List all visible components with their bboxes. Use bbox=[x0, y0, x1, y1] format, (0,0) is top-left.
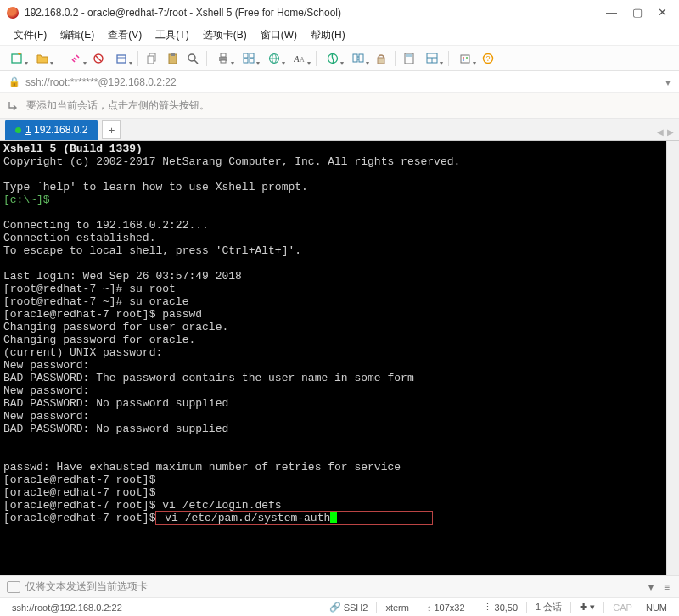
svg-line-9 bbox=[194, 60, 198, 64]
tile-button[interactable] bbox=[237, 49, 261, 68]
term-cmd: vi /etc/login.defs bbox=[155, 499, 281, 512]
compose-input[interactable]: 仅将文本发送到当前选项卡 bbox=[25, 580, 641, 594]
toolbar-separator bbox=[206, 51, 207, 66]
tab-index: 1 bbox=[25, 124, 31, 136]
svg-text:A: A bbox=[300, 56, 305, 64]
menu-edit[interactable]: 编辑(E) bbox=[55, 26, 99, 44]
svg-rect-5 bbox=[148, 56, 154, 64]
keyboard-icon[interactable] bbox=[7, 581, 20, 593]
compose-menu-button[interactable]: ≡ bbox=[661, 581, 672, 593]
toolbar-separator bbox=[395, 51, 396, 66]
properties-button[interactable] bbox=[109, 49, 133, 68]
new-session-button[interactable] bbox=[5, 49, 29, 68]
toolbar: AA ? bbox=[0, 46, 679, 71]
status-size: ↕107x32 bbox=[422, 602, 470, 613]
window-controls: — ▢ ✕ bbox=[601, 7, 672, 18]
lock-button[interactable] bbox=[372, 49, 390, 68]
style-button[interactable] bbox=[453, 49, 477, 68]
term-prompt: [oracle@redhat-7 root]$ bbox=[3, 512, 155, 524]
term-line: BAD PASSWORD: No password supplied bbox=[3, 423, 228, 435]
term-line: Connection established. bbox=[3, 232, 155, 244]
svg-rect-31 bbox=[461, 55, 469, 63]
menu-tabs[interactable]: 选项卡(B) bbox=[198, 26, 252, 44]
term-line: Xshell 5 (Build 1339) bbox=[3, 143, 143, 155]
maximize-button[interactable]: ▢ bbox=[632, 7, 643, 18]
window-title: 192.168.0.2 - oracle@redhat-7:/root - Xs… bbox=[25, 7, 601, 19]
term-prompt: [root@redhat-7 ~]# bbox=[3, 283, 122, 295]
minimize-button[interactable]: — bbox=[606, 7, 617, 18]
svg-rect-23 bbox=[353, 54, 357, 62]
term-line: passwd: Have exhausted maximum number of… bbox=[3, 461, 401, 473]
address-text[interactable]: ssh://root:*******@192.168.0.2:22 bbox=[25, 76, 660, 88]
terminal-cursor bbox=[330, 512, 337, 523]
tabstrip: 1 192.168.0.2 + ◀ ▶ bbox=[0, 119, 679, 141]
term-line: New password: bbox=[3, 410, 89, 423]
svg-rect-12 bbox=[221, 60, 226, 63]
term-cmd: su oracle bbox=[122, 295, 188, 308]
new-tab-button[interactable]: + bbox=[102, 120, 121, 139]
font-button[interactable]: AA bbox=[288, 49, 311, 68]
open-session-button[interactable] bbox=[31, 49, 54, 68]
menubar: 文件(F) 编辑(E) 查看(V) 工具(T) 选项卡(B) 窗口(W) 帮助(… bbox=[0, 25, 679, 46]
toolbar-separator bbox=[448, 51, 449, 66]
status-add-button[interactable]: ✚ ▾ bbox=[575, 602, 600, 613]
app-icon bbox=[7, 7, 19, 19]
svg-rect-14 bbox=[250, 53, 254, 58]
find-button[interactable] bbox=[183, 49, 202, 68]
infobar-text: 要添加当前会话，点击左侧的箭头按钮。 bbox=[26, 98, 210, 113]
status-connection: ssh://root@192.168.0.2:22 bbox=[7, 602, 321, 613]
menu-help[interactable]: 帮助(H) bbox=[306, 26, 351, 44]
add-session-arrow-icon[interactable] bbox=[8, 100, 20, 112]
svg-rect-0 bbox=[12, 54, 21, 63]
bottom-input-bar: 仅将文本发送到当前选项卡 ▾ ≡ bbox=[0, 575, 679, 597]
help-button[interactable]: ? bbox=[479, 49, 497, 68]
terminal[interactable]: Xshell 5 (Build 1339) Copyright (c) 2002… bbox=[0, 141, 666, 575]
terminal-wrap: Xshell 5 (Build 1339) Copyright (c) 2002… bbox=[0, 141, 679, 575]
svg-point-34 bbox=[463, 59, 464, 61]
tab-session-1[interactable]: 1 192.168.0.2 bbox=[5, 120, 98, 140]
status-cursor: ⋮30,50 bbox=[478, 602, 524, 613]
menu-tools[interactable]: 工具(T) bbox=[150, 26, 194, 44]
term-line: Last login: Wed Sep 26 03:57:49 2018 bbox=[3, 270, 242, 283]
terminal-scrollbar[interactable] bbox=[666, 141, 679, 575]
tab-label: 192.168.0.2 bbox=[34, 124, 87, 136]
menu-view[interactable]: 查看(V) bbox=[103, 26, 147, 44]
transfer-button[interactable] bbox=[346, 49, 370, 68]
svg-rect-13 bbox=[244, 53, 248, 58]
statusbar: ssh://root@192.168.0.2:22 🔗SSH2 xterm ↕1… bbox=[0, 597, 679, 616]
menu-window[interactable]: 窗口(W) bbox=[255, 26, 302, 44]
term-cmd: vi /etc/pam.d/system-auth bbox=[158, 512, 330, 524]
tab-prev-button[interactable]: ◀ bbox=[657, 127, 664, 137]
term-line: New password: bbox=[3, 384, 89, 397]
status-sessions: 1 会话 bbox=[530, 601, 567, 613]
term-cmd: su root bbox=[122, 283, 175, 295]
tab-nav: ◀ ▶ bbox=[657, 127, 674, 137]
term-prompt: [oracle@redhat-7 root]$ bbox=[3, 473, 155, 486]
compose-down-button[interactable]: ▾ bbox=[646, 581, 656, 593]
tab-next-button[interactable]: ▶ bbox=[667, 127, 674, 137]
address-dropdown-button[interactable]: ▾ bbox=[665, 76, 671, 88]
menu-file[interactable]: 文件(F) bbox=[8, 26, 52, 44]
paste-button[interactable] bbox=[163, 49, 182, 68]
layout-button[interactable] bbox=[420, 49, 444, 68]
term-line: Changing password for user oracle. bbox=[3, 321, 228, 333]
globe-button[interactable] bbox=[262, 49, 286, 68]
calc-button[interactable] bbox=[400, 49, 418, 68]
svg-point-32 bbox=[463, 57, 464, 59]
term-line: Changing password for oracle. bbox=[3, 333, 195, 346]
status-cap: CAP bbox=[608, 602, 637, 613]
reconnect-button[interactable] bbox=[64, 49, 87, 68]
close-button[interactable]: ✕ bbox=[658, 7, 667, 18]
svg-rect-16 bbox=[250, 59, 254, 63]
term-cmd: passwd bbox=[155, 308, 202, 321]
script-button[interactable] bbox=[321, 49, 345, 68]
term-prompt: [oracle@redhat-7 root]$ bbox=[3, 486, 155, 499]
copy-button[interactable] bbox=[143, 49, 161, 68]
print-button[interactable] bbox=[211, 49, 235, 68]
term-prompt: [root@redhat-7 ~]# bbox=[3, 295, 122, 308]
connected-indicator-icon bbox=[15, 127, 21, 133]
titlebar: 192.168.0.2 - oracle@redhat-7:/root - Xs… bbox=[0, 0, 679, 25]
term-line: To escape to local shell, press 'Ctrl+Al… bbox=[3, 244, 301, 257]
term-prompt: [c:\~]$ bbox=[3, 193, 50, 206]
disconnect-button[interactable] bbox=[89, 49, 108, 68]
